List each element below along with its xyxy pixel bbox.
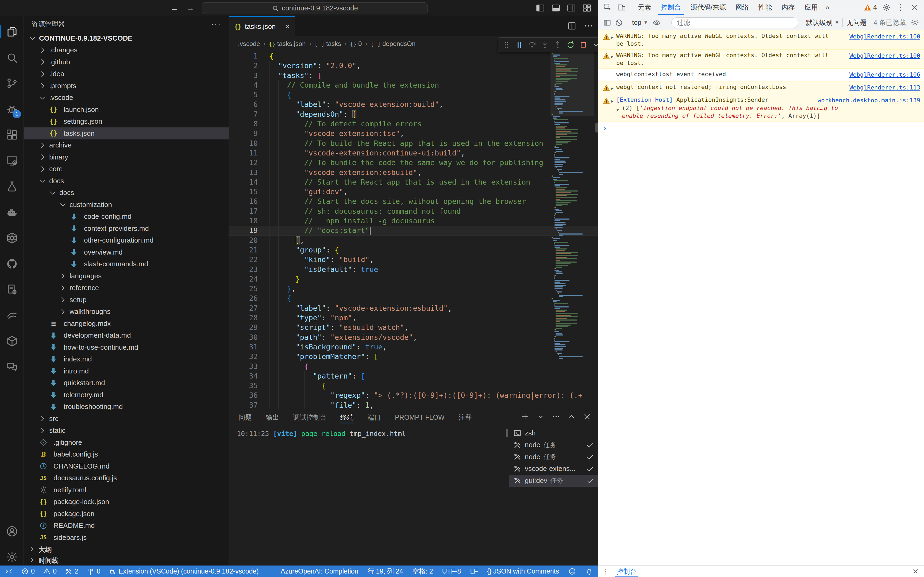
tree-item-telemetry.md[interactable]: telemetry.md <box>24 389 229 401</box>
tree-item-sidebars.js[interactable]: JSsidebars.js <box>24 532 229 543</box>
tree-item-core[interactable]: core <box>24 163 229 175</box>
hidden-messages-count[interactable]: 4 条已隐藏 <box>870 18 909 27</box>
debug-step-over-button[interactable] <box>527 39 538 50</box>
tree-item-.prompts[interactable]: .prompts <box>24 80 229 92</box>
live-expression-eye-button[interactable] <box>651 17 662 29</box>
status--json-with-comments[interactable]: {} JSON with Comments <box>487 567 559 575</box>
activity-testing[interactable] <box>0 174 24 199</box>
more-icon[interactable] <box>584 21 593 31</box>
activity-comments[interactable] <box>0 354 24 380</box>
tree-item-index.md[interactable]: index.md <box>24 353 229 366</box>
chev-up-icon[interactable] <box>567 412 576 421</box>
tree-item-babel.config.js[interactable]: Bbabel.config.js <box>24 448 229 461</box>
source-link[interactable]: WebglRenderer.ts:106 <box>850 71 920 79</box>
devtools-close-button[interactable] <box>908 0 921 15</box>
terminal-session-vscode-extens...[interactable]: vscode-extens... <box>509 463 598 475</box>
status-lf[interactable]: LF <box>470 567 478 575</box>
layout-bottom-icon[interactable] <box>551 3 561 13</box>
console-settings-gear-button[interactable] <box>909 17 921 29</box>
console-prompt[interactable]: › <box>598 121 924 132</box>
tree-item-src[interactable]: src <box>24 413 229 425</box>
activity-sonar[interactable] <box>0 303 24 328</box>
issues-counter[interactable]: 无问题 <box>842 18 870 27</box>
tree-item-binary[interactable]: binary <box>24 151 229 163</box>
status-error[interactable]: 0 <box>21 567 35 575</box>
tree-item-.idea[interactable]: .idea <box>24 68 229 80</box>
debug-step-into-button[interactable] <box>539 39 551 50</box>
expand-triangle[interactable]: ▶ <box>611 34 614 41</box>
panel-tab-注释[interactable]: 注释 <box>459 409 472 425</box>
status-bug-play[interactable]: Extension (VSCode) (continue-0.9.182-vsc… <box>108 567 259 575</box>
devtools-tab-网络[interactable]: 网络 <box>731 0 754 15</box>
tree-item-.gitignore[interactable]: .gitignore <box>24 437 229 448</box>
tree-item-quickstart.md[interactable]: quickstart.md <box>24 377 229 389</box>
breadcrumb-item-.vscode[interactable]: .vscode <box>238 40 260 48</box>
panel-tab-终端[interactable]: 终端 <box>340 409 354 425</box>
tree-item-package-lock.json[interactable]: {}package-lock.json <box>24 496 229 508</box>
activity-kubernetes[interactable] <box>0 225 24 251</box>
more-icon[interactable] <box>552 412 561 421</box>
terminal-session-zsh[interactable]: zsh <box>509 427 598 439</box>
breadcrumb-item-tasks.json[interactable]: {}tasks.json <box>269 40 305 48</box>
source-link[interactable]: WebglRenderer.ts:113 <box>850 84 920 91</box>
command-center-search[interactable]: continue-0.9.182-vscode <box>202 2 428 14</box>
panel-tab-调试控制台[interactable]: 调试控制台 <box>293 409 326 425</box>
log-level-selector[interactable]: 默认级别 ▼ <box>803 18 842 27</box>
activity-docker[interactable] <box>0 200 24 225</box>
terminal-scrollbar[interactable] <box>506 429 508 437</box>
layout-right-icon[interactable] <box>567 3 576 13</box>
tree-item-changelog.mdx[interactable]: ≡changelog.mdx <box>24 318 229 330</box>
devtools-menu-button[interactable] <box>893 0 908 15</box>
layout-grid-icon[interactable] <box>582 3 592 13</box>
tree-item-docs[interactable]: docs <box>24 187 229 199</box>
activity-account[interactable] <box>0 519 24 544</box>
more-tabs-button[interactable]: » <box>823 3 832 12</box>
tree-item-walkthroughs[interactable]: walkthroughs <box>24 306 229 318</box>
inspect-element-button[interactable] <box>601 0 615 15</box>
tree-item-slash-commands.md[interactable]: slash-commands.md <box>24 258 229 270</box>
layout-left-icon[interactable] <box>536 3 545 13</box>
devtools-settings-button[interactable] <box>880 0 893 15</box>
status-tools[interactable]: 2 <box>65 567 79 575</box>
debug-stop-button[interactable] <box>578 39 589 50</box>
activity-github[interactable] <box>0 251 24 277</box>
status-warning[interactable]: 0 <box>43 567 57 575</box>
tree-item-settings.json[interactable]: {}settings.json <box>24 116 229 128</box>
drawer-close-icon[interactable]: ✕ <box>907 567 924 576</box>
tree-item-.changes[interactable]: .changes <box>24 44 229 56</box>
devtools-tab-元素[interactable]: 元素 <box>633 0 656 15</box>
panel-tab-问题[interactable]: 问题 <box>239 409 252 425</box>
tree-item-package.json[interactable]: {}package.json <box>24 508 229 520</box>
chev-down-icon[interactable] <box>536 412 545 421</box>
debug-pause-button[interactable] <box>514 39 525 50</box>
tree-item-CHANGELOG.md[interactable]: CHANGELOG.md <box>24 460 229 472</box>
sidebar-section-outline[interactable]: 大纲 <box>24 544 229 555</box>
minimap[interactable] <box>551 51 594 409</box>
expand-triangle[interactable]: ▶ <box>617 105 619 120</box>
tree-item-troubleshooting.md[interactable]: troubleshooting.md <box>24 401 229 413</box>
status-broadcast[interactable]: 0 <box>87 567 100 575</box>
tree-item-.github[interactable]: .github <box>24 56 229 68</box>
debug-restart-button[interactable] <box>565 39 576 50</box>
terminal-session-gui:dev[interactable]: gui:dev任务 <box>509 475 598 487</box>
tree-item-overview.md[interactable]: overview.md <box>24 246 229 258</box>
status-azureopenai-completion[interactable]: AzureOpenAI: Completion <box>281 567 358 575</box>
debug-step-out-button[interactable] <box>552 39 563 50</box>
tree-item-docs[interactable]: docs <box>24 175 229 187</box>
devtools-tab-源代码/来源[interactable]: 源代码/来源 <box>686 0 731 15</box>
tree-item-code-config.md[interactable]: code-config.md <box>24 211 229 223</box>
terminal-session-node[interactable]: node任务 <box>509 451 598 463</box>
tree-item-setup[interactable]: setup <box>24 294 229 306</box>
tree-item-archive[interactable]: archive <box>24 139 229 152</box>
sidebar-more-icon[interactable]: ··· <box>211 20 221 28</box>
activity-code-gear[interactable] <box>0 277 24 302</box>
context-selector[interactable]: top ▼ <box>629 19 651 26</box>
breadcrumb-item-tasks[interactable]: [ ]tasks <box>314 40 341 48</box>
kebab-icon[interactable]: ⋮ <box>598 567 614 575</box>
breadcrumb-item-0[interactable]: {}0 <box>350 40 362 48</box>
activity-extensions[interactable] <box>0 122 24 148</box>
tab-close-icon[interactable]: × <box>286 23 289 31</box>
tree-item-customization[interactable]: customization <box>24 199 229 211</box>
devtools-tab-性能[interactable]: 性能 <box>754 0 777 15</box>
source-link[interactable]: workbench.desktop.main.js:139 <box>817 97 920 104</box>
